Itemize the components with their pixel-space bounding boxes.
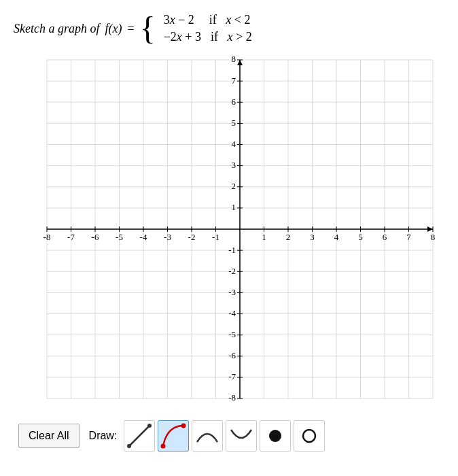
draw-label: Draw: [89, 430, 118, 442]
case-2: −2x + 3 if x > 2 [164, 30, 252, 44]
svg-point-3 [161, 444, 166, 449]
svg-point-6 [303, 430, 315, 442]
problem-statement: Sketch a graph of f(x) = { 3x − 2 if x <… [7, 7, 451, 52]
tool-open-point-button[interactable] [294, 420, 325, 452]
filled-point-icon [262, 423, 288, 449]
arc-down-icon [228, 423, 254, 449]
line-icon [126, 423, 152, 449]
clear-all-button[interactable]: Clear All [18, 424, 80, 448]
graph-area[interactable] [12, 52, 446, 412]
piecewise-brace: { [140, 12, 156, 45]
case-2-expr: −2x + 3 [164, 30, 201, 44]
equals-sign: = [127, 22, 134, 36]
svg-point-2 [147, 424, 152, 428]
case-2-cond: if x > 2 [211, 30, 252, 44]
open-point-icon [296, 423, 322, 449]
case-1-cond: if x < 2 [209, 13, 251, 27]
piecewise-cases: 3x − 2 if x < 2 −2x + 3 if x > 2 [164, 13, 252, 44]
tool-filled-point-button[interactable] [260, 420, 291, 452]
graph-canvas[interactable] [12, 52, 446, 412]
toolbar: Clear All Draw: [12, 415, 446, 457]
case-1-expr: 3x − 2 [164, 13, 194, 27]
svg-point-1 [127, 444, 131, 448]
tool-buttons [124, 420, 325, 452]
tool-line-button[interactable] [124, 420, 155, 452]
function-name: f(x) [105, 22, 122, 36]
tool-curve-button[interactable] [158, 420, 189, 452]
tool-arc-up-button[interactable] [192, 420, 223, 452]
intro-text: Sketch a graph of [14, 22, 99, 36]
svg-line-0 [129, 426, 149, 446]
tool-arc-down-button[interactable] [226, 420, 257, 452]
svg-point-5 [269, 430, 281, 442]
curve-icon [160, 423, 186, 449]
case-1: 3x − 2 if x < 2 [164, 13, 252, 27]
arc-up-icon [194, 423, 220, 449]
svg-point-4 [181, 424, 186, 428]
